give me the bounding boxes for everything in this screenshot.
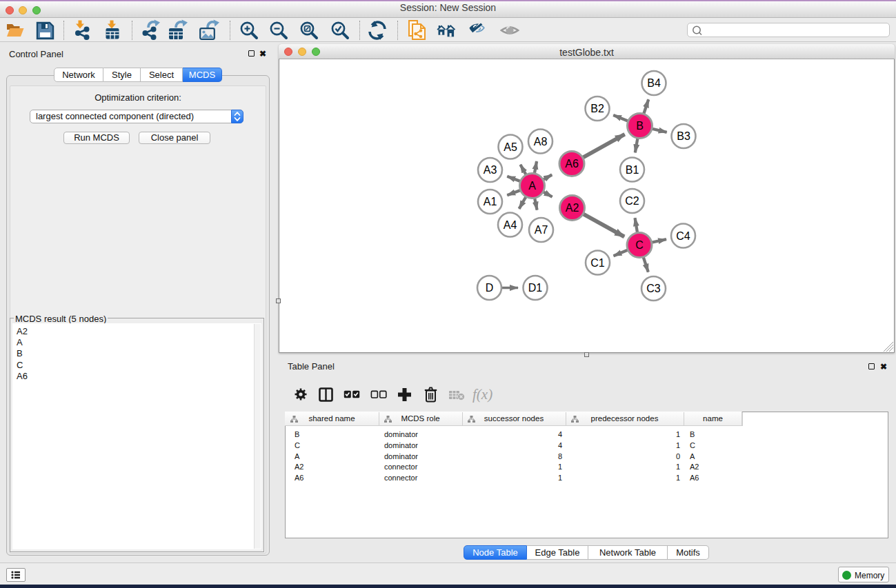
svg-text:D1: D1 (528, 282, 543, 294)
svg-text:A4: A4 (504, 219, 517, 231)
svg-text:A: A (528, 180, 536, 192)
svg-text:A2: A2 (566, 202, 579, 214)
svg-text:A1: A1 (484, 196, 497, 207)
svg-text:A8: A8 (534, 136, 548, 148)
svg-text:A7: A7 (535, 224, 548, 236)
svg-text:C3: C3 (646, 283, 661, 294)
svg-text:B: B (636, 120, 644, 132)
svg-text:B2: B2 (590, 103, 604, 114)
svg-text:C2: C2 (625, 195, 639, 207)
svg-text:A6: A6 (565, 158, 579, 170)
svg-text:C1: C1 (590, 257, 605, 269)
svg-text:B3: B3 (677, 130, 690, 142)
svg-text:C4: C4 (676, 230, 690, 242)
svg-text:A3: A3 (484, 164, 497, 176)
svg-text:A5: A5 (504, 141, 517, 153)
svg-text:C: C (635, 239, 644, 251)
svg-text:B4: B4 (647, 77, 661, 89)
svg-text:D: D (486, 282, 494, 294)
svg-text:B1: B1 (626, 164, 639, 176)
